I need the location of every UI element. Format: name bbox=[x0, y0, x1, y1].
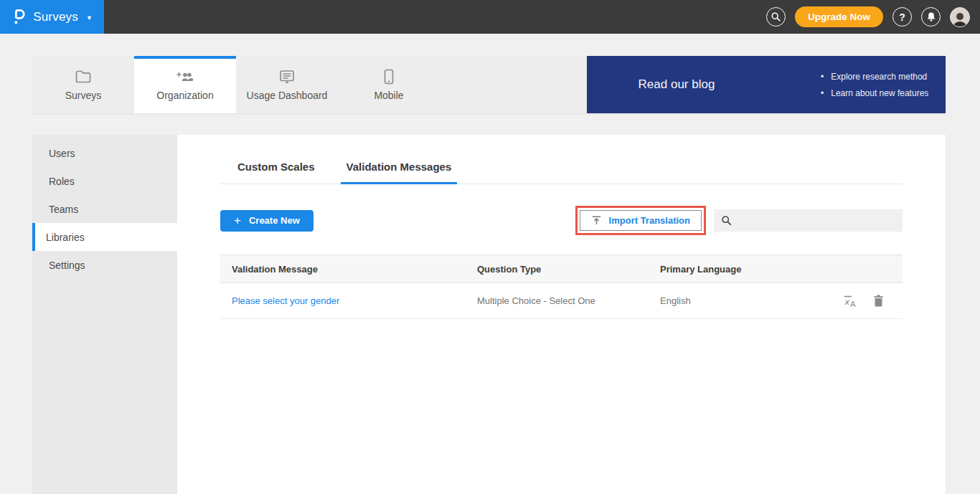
search-icon bbox=[771, 11, 781, 22]
mobile-icon bbox=[384, 69, 394, 85]
module-tabs: Surveys Organization bbox=[32, 56, 587, 113]
validation-messages-table: Validation Message Question Type Primary… bbox=[220, 255, 903, 319]
tab-usage-dashboard[interactable]: Usage Dashboard bbox=[236, 56, 338, 113]
search-button[interactable] bbox=[766, 7, 786, 27]
import-translation-highlight-box: Import Translation bbox=[575, 206, 706, 235]
banner-bullet-list: Explore research method Learn about new … bbox=[821, 72, 928, 98]
library-tabs: Custom Scales Validation Messages bbox=[220, 161, 903, 184]
tab-mobile[interactable]: Mobile bbox=[338, 56, 440, 113]
tab-label: Mobile bbox=[374, 90, 403, 101]
tab-label: Surveys bbox=[65, 90, 102, 101]
sidebar-item-label: Libraries bbox=[46, 232, 85, 243]
organization-icon bbox=[176, 69, 194, 85]
blog-promo-banner[interactable]: Read our blog Explore research method Le… bbox=[587, 56, 946, 113]
delete-button[interactable] bbox=[873, 295, 884, 308]
toolbar: + Create New Import Translation bbox=[220, 206, 903, 235]
column-header-question-type: Question Type bbox=[477, 264, 660, 275]
topbar: Surveys ▼ Upgrade Now ? bbox=[0, 0, 980, 34]
column-header-validation-message: Validation Message bbox=[220, 264, 477, 275]
tab-label: Organization bbox=[156, 90, 213, 101]
question-type-cell: Multiple Choice - Select One bbox=[477, 295, 660, 306]
search-field-container bbox=[714, 209, 903, 232]
product-switcher[interactable]: Surveys ▼ bbox=[0, 0, 104, 34]
question-mark-icon: ? bbox=[899, 11, 905, 23]
svg-text:A: A bbox=[850, 300, 856, 308]
sidebar-item-settings[interactable]: Settings bbox=[32, 251, 177, 279]
organization-sidebar: Users Roles Teams Libraries Settings bbox=[32, 135, 177, 494]
module-nav-card: Surveys Organization bbox=[32, 56, 946, 113]
bell-icon bbox=[926, 11, 936, 22]
questionpro-logo-icon bbox=[11, 8, 26, 26]
tab-surveys[interactable]: Surveys bbox=[32, 56, 134, 113]
sidebar-item-label: Teams bbox=[49, 204, 78, 215]
sidebar-item-label: Settings bbox=[49, 260, 85, 271]
upgrade-now-button[interactable]: Upgrade Now bbox=[795, 6, 883, 27]
column-header-primary-language: Primary Language bbox=[660, 264, 816, 275]
tab-label: Usage Dashboard bbox=[247, 90, 328, 101]
trash-icon bbox=[873, 295, 884, 308]
primary-language-cell: English bbox=[660, 295, 816, 306]
help-button[interactable]: ? bbox=[892, 7, 912, 27]
banner-title: Read our blog bbox=[587, 77, 766, 92]
translate-icon: x A bbox=[842, 294, 858, 308]
create-new-button[interactable]: + Create New bbox=[220, 210, 314, 232]
tab-organization[interactable]: Organization bbox=[134, 56, 236, 113]
banner-bullet: Explore research method bbox=[821, 72, 928, 82]
row-actions: x A bbox=[816, 294, 903, 308]
libraries-content: Custom Scales Validation Messages + Crea… bbox=[177, 135, 946, 494]
product-name: Surveys bbox=[33, 10, 78, 24]
upload-icon bbox=[591, 215, 602, 226]
table-header-row: Validation Message Question Type Primary… bbox=[220, 255, 903, 283]
plus-icon: + bbox=[234, 214, 241, 227]
create-new-label: Create New bbox=[249, 215, 300, 226]
organization-panel: Users Roles Teams Libraries Settings Cus… bbox=[32, 135, 946, 494]
sidebar-item-teams[interactable]: Teams bbox=[32, 195, 177, 223]
search-input[interactable] bbox=[738, 215, 895, 226]
user-avatar[interactable] bbox=[950, 7, 970, 27]
sidebar-item-label: Users bbox=[49, 148, 75, 159]
tab-custom-scales[interactable]: Custom Scales bbox=[232, 161, 321, 184]
chevron-down-icon: ▼ bbox=[86, 14, 93, 22]
translate-button[interactable]: x A bbox=[842, 294, 858, 308]
sidebar-item-users[interactable]: Users bbox=[32, 139, 177, 167]
dashboard-icon bbox=[278, 69, 296, 85]
table-row: Please select your gender Multiple Choic… bbox=[220, 283, 903, 319]
import-translation-label: Import Translation bbox=[609, 215, 690, 226]
sidebar-item-label: Roles bbox=[49, 176, 75, 187]
notifications-button[interactable] bbox=[921, 7, 941, 27]
search-icon bbox=[721, 215, 732, 226]
tab-validation-messages[interactable]: Validation Messages bbox=[341, 161, 458, 184]
banner-bullet: Learn about new features bbox=[821, 88, 928, 98]
folder-icon bbox=[75, 69, 92, 85]
validation-message-link[interactable]: Please select your gender bbox=[220, 295, 477, 306]
sidebar-item-libraries[interactable]: Libraries bbox=[32, 223, 177, 251]
sidebar-item-roles[interactable]: Roles bbox=[32, 167, 177, 195]
import-translation-button[interactable]: Import Translation bbox=[580, 210, 702, 231]
